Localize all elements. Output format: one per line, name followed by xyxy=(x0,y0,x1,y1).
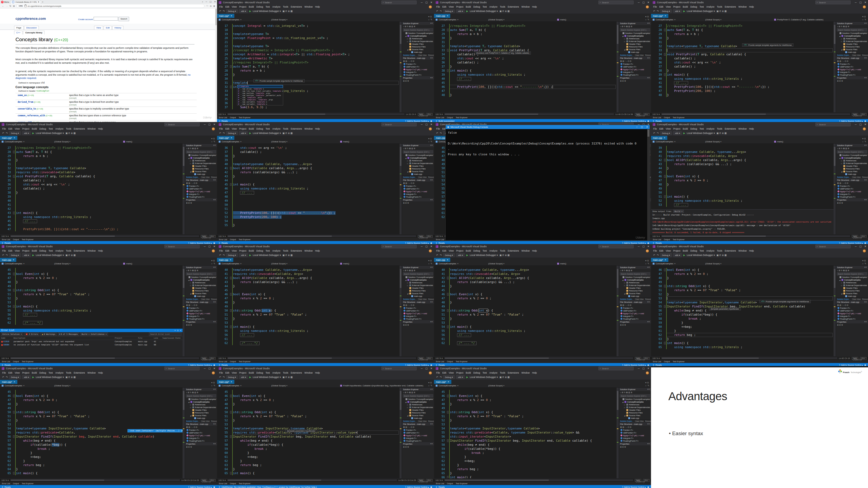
menu-item-tools[interactable]: Tools xyxy=(66,250,71,252)
panel-tab[interactable]: Test Explorer xyxy=(239,360,251,363)
horizontal-scrollbar[interactable] xyxy=(661,357,837,359)
code-line[interactable]: 50std::string Odd(int x) { xyxy=(651,284,834,288)
code-line[interactable]: 52} xyxy=(434,418,617,422)
file-structure-item[interactable]: Pointer<T> xyxy=(402,429,434,431)
platform-dropdown[interactable]: x86 ▾ xyxy=(456,253,465,257)
solution-search-input[interactable]: Search Solution Explorer (Ctrl+;) xyxy=(403,150,433,154)
code-line[interactable]: 59 break ; xyxy=(217,447,400,451)
configuration-dropdown[interactable]: Debug ▾ xyxy=(9,375,21,379)
code-line[interactable]: 19template<typename T> xyxy=(217,32,400,36)
vs-search-box[interactable]: ⌕Search xyxy=(815,245,850,248)
code-line[interactable]: 50std::string Odd(int x) { xyxy=(0,410,183,414)
menu-item-edit[interactable]: Edit xyxy=(225,371,229,374)
sidebar-tab[interactable]: Class View xyxy=(852,176,861,178)
code-line[interactable]: 46bool Even(int x) { xyxy=(434,292,617,296)
panel-tab[interactable]: Output xyxy=(447,116,453,119)
code-line[interactable]: 33requires std::invocable<Callable> xyxy=(0,170,183,174)
tree-item[interactable]: ◢ConceptExamples xyxy=(402,34,434,37)
tree-item[interactable]: ▷External Dependencies xyxy=(619,40,651,42)
code-line[interactable]: 61 } xyxy=(651,329,834,333)
messages-filter-button[interactable]: ℹ0 of 3 Messages xyxy=(58,332,79,336)
file-structure-item[interactable]: Pointer<T> xyxy=(185,185,217,187)
reload-icon[interactable]: ↻ xyxy=(9,5,11,7)
code-line[interactable]: 58 if(callable(*beg)) { xyxy=(217,443,400,447)
code-line[interactable]: 49 xyxy=(651,280,834,284)
code-line[interactable]: 64 return beg ; xyxy=(434,467,617,471)
horizontal-scrollbar[interactable] xyxy=(444,479,633,481)
tree-item[interactable]: Solution 'ConceptExamples' (1 of 1 proje… xyxy=(836,154,868,156)
code-line[interactable]: 62 return beg ; xyxy=(651,333,834,337)
menu-item-window[interactable]: Window xyxy=(304,371,312,374)
vertical-scrollbar[interactable] xyxy=(834,266,836,356)
account-avatar[interactable]: UL xyxy=(863,250,866,252)
tab-history[interactable]: History xyxy=(112,26,123,30)
tree-item[interactable]: Solution 'ConceptExamples' (1 of 1 proje… xyxy=(402,32,434,34)
vs-search-box[interactable]: ⌕Search xyxy=(815,123,850,126)
file-structure-item[interactable]: Integral<T> xyxy=(185,315,217,318)
menu-item-build[interactable]: Build xyxy=(32,371,37,374)
code-line[interactable]: 62 } xyxy=(217,459,400,463)
panel-tab[interactable]: Error List xyxy=(219,360,227,363)
code-line[interactable]: 39 xyxy=(0,195,183,199)
tree-item[interactable]: Header Files xyxy=(836,287,868,289)
properties-toolbar[interactable]: ⊞ ⊟ ⚙ xyxy=(836,79,868,83)
debugger-label[interactable]: Local Windows Debugger ▾ xyxy=(253,132,281,134)
code-editor[interactable]: 46bool Even(int x) {47 return x % 2 == 0… xyxy=(651,266,834,356)
file-structure-item[interactable]: Integral<T> xyxy=(402,193,434,195)
menu-item-debug[interactable]: Debug xyxy=(473,5,480,8)
account-avatar[interactable]: UL xyxy=(863,127,866,130)
sidebar-tab[interactable]: Resource View xyxy=(428,176,434,178)
document-tab[interactable]: main.cpp✕ xyxy=(434,14,450,18)
menu-item-view[interactable]: View xyxy=(231,371,237,374)
menu-item-help[interactable]: Help xyxy=(315,250,320,252)
code-line[interactable]: 45 xyxy=(0,390,183,394)
panel-tab[interactable]: Error List xyxy=(653,116,661,119)
zoom-dropdown[interactable]: 100 % ▾ xyxy=(218,113,226,116)
close-icon[interactable]: ✕ xyxy=(180,329,181,332)
code-line[interactable]: 31template xyxy=(217,81,400,85)
menu-item-view[interactable]: View xyxy=(231,250,237,252)
menu-item-tools[interactable]: Tools xyxy=(717,250,722,252)
ndr-link[interactable]: no diagnostic required. xyxy=(16,73,190,80)
configuration-dropdown[interactable]: Debug ▾ xyxy=(660,9,672,13)
tree-item[interactable]: ▷External Dependencies xyxy=(402,162,434,165)
panel-tab[interactable]: Output xyxy=(230,238,236,241)
start-debugging-icon[interactable]: ▶ xyxy=(32,376,34,379)
account-avatar[interactable]: UL xyxy=(212,250,215,252)
code-line[interactable]: 45 xyxy=(434,81,617,85)
navigate-back-icon[interactable]: ↶ xyxy=(219,10,221,12)
tabstrip-options-icon[interactable]: ▾ ⊡ xyxy=(428,382,434,384)
code-line[interactable]: 49 xyxy=(217,406,400,410)
sidebar-tab[interactable]: Class View xyxy=(418,54,427,56)
sidebar-tab[interactable]: Resource View xyxy=(862,54,868,56)
debugger-label[interactable]: Local Windows Debugger ▾ xyxy=(253,10,281,12)
document-tab[interactable]: main.cpp*✕ xyxy=(651,258,669,262)
configuration-dropdown[interactable]: Debug ▾ xyxy=(226,375,238,379)
code-line[interactable]: 35 std::cout << arg << '\n' ; xyxy=(434,56,617,61)
code-line[interactable]: 53 xyxy=(0,300,183,304)
minimize-button[interactable]: ─ xyxy=(204,123,206,126)
vertical-scrollbar[interactable] xyxy=(617,266,619,356)
close-icon[interactable]: ✕ xyxy=(214,144,216,146)
panel-tab[interactable]: Test Explorer xyxy=(456,482,468,485)
debugger-label[interactable]: Local Windows Debugger ▾ xyxy=(687,10,715,12)
code-line[interactable]: 20concept FloatingPoint = std::is_floati… xyxy=(217,36,400,40)
menu-item-extensions[interactable]: Extensions xyxy=(74,371,85,374)
tab-page[interactable]: Page xyxy=(14,26,24,30)
sidebar-tab[interactable]: Solution Explor... xyxy=(837,176,850,178)
code-line[interactable]: 51int main() { xyxy=(651,195,834,199)
code-line[interactable]: 53 xyxy=(434,321,617,325)
panel-tab[interactable]: Output xyxy=(13,238,19,241)
file-structure-item[interactable]: Apply<T>(T ptr) -> void xyxy=(836,312,868,315)
properties-toolbar[interactable]: ⊞ ⊟ ⚙ xyxy=(402,323,434,326)
breadcrumb-icons[interactable]: ＋ ✎ xyxy=(645,262,649,265)
menu-item-window[interactable]: Window xyxy=(87,127,95,130)
panel-tab[interactable]: Output xyxy=(447,482,453,485)
file-structure-item[interactable]: x86Pointer<T> xyxy=(185,310,217,312)
configuration-dropdown[interactable]: Debug ▾ xyxy=(660,131,672,135)
tree-item[interactable]: Resource Files xyxy=(402,289,434,292)
debugger-label[interactable]: Local Windows Debugger ▾ xyxy=(36,132,64,134)
file-structure-item[interactable]: Pointer<T> xyxy=(619,63,651,65)
tree-item[interactable]: ◢ConceptExamples xyxy=(185,156,217,159)
tab-close-icon[interactable]: ✕ xyxy=(447,14,448,17)
